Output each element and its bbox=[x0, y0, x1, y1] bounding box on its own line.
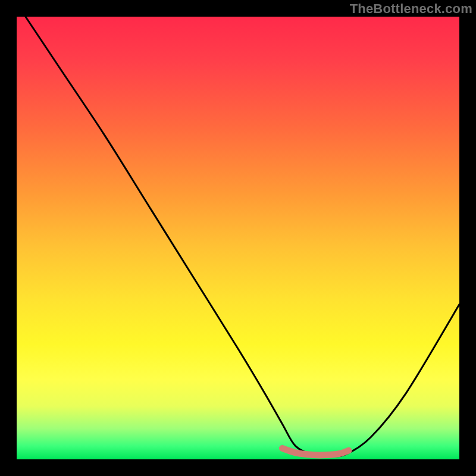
optimal-range-marker bbox=[282, 448, 349, 455]
bottleneck-curve bbox=[26, 17, 459, 456]
chart-svg bbox=[17, 17, 459, 459]
watermark-text: TheBottleneck.com bbox=[350, 1, 472, 17]
chart-frame bbox=[17, 17, 459, 459]
